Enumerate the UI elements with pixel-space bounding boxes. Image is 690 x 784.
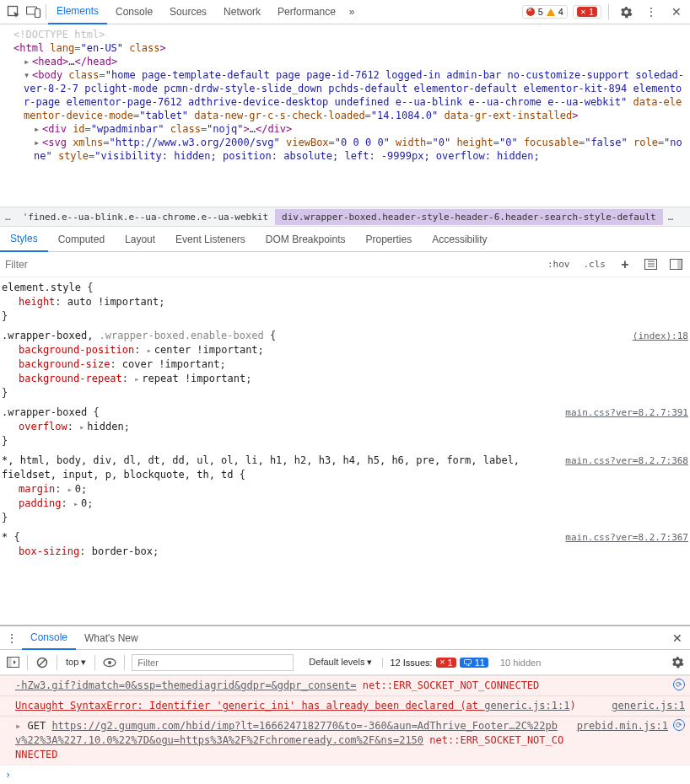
console-prompt[interactable]: › <box>0 765 690 784</box>
tab-computed[interactable]: Computed <box>48 227 115 252</box>
settings-gear-icon[interactable] <box>616 2 636 22</box>
more-tabs-chevrons[interactable]: » <box>344 0 360 24</box>
rule-source-link[interactable]: main.css?ver=8.2.7:391 <box>565 405 688 420</box>
live-expression-icon[interactable] <box>100 653 119 672</box>
console-messages[interactable]: -hZw3.gif?idmatch=0&ssp=themediagrid&gdp… <box>0 675 690 765</box>
drawer: ⋮ Console What's New ✕ top ▾ Default lev… <box>0 625 690 784</box>
console-settings-gear-icon[interactable] <box>668 653 687 672</box>
dom-breadcrumb[interactable]: … ˈfined.e--ua-blink.e--ua-chrome.e--ua-… <box>0 207 690 227</box>
breadcrumb-item[interactable]: ˈfined.e--ua-blink.e--ua-chrome.e--ua-we… <box>16 209 275 225</box>
message-source-link[interactable]: prebid.min.js:1 <box>577 719 668 733</box>
svg-point-14 <box>108 661 111 664</box>
console-sidebar-toggle-icon[interactable] <box>3 653 22 672</box>
hidden-messages-label[interactable]: 10 hidden <box>500 658 541 668</box>
inspect-element-icon[interactable] <box>3 2 24 22</box>
console-errors-badge[interactable]: 5 4 <box>522 5 568 19</box>
dom-html-open[interactable]: <html lang="en-US" class> <box>5 41 685 55</box>
svg-line-12 <box>39 659 46 666</box>
sidebar-tabstrip: Styles Computed Layout Event Listeners D… <box>0 227 690 252</box>
tab-event-listeners[interactable]: Event Listeners <box>165 227 256 252</box>
console-toolbar: top ▾ Default levels ▾ 12 Issues: ✕1 🗨 1… <box>0 650 690 675</box>
drawer-tab-whatsnew[interactable]: What's New <box>76 626 147 650</box>
tab-console[interactable]: Console <box>107 0 161 24</box>
tab-properties[interactable]: Properties <box>356 227 423 252</box>
devtools-toolbar: Elements Console Sources Network Perform… <box>0 0 690 24</box>
drawer-tab-console[interactable]: Console <box>22 626 76 650</box>
log-levels-select[interactable]: Default levels ▾ <box>305 655 375 669</box>
message-source-link[interactable]: generic.js:1 <box>612 699 685 713</box>
refresh-icon[interactable]: ⟳ <box>673 719 685 731</box>
svg-rect-10 <box>7 658 11 668</box>
toggle-hov-button[interactable]: :hov <box>544 257 574 271</box>
svg-rect-2 <box>35 9 40 18</box>
panel-tabstrip: Elements Console Sources Network Perform… <box>48 0 360 24</box>
tab-elements[interactable]: Elements <box>48 0 107 24</box>
dom-tree-panel[interactable]: <!DOCTYPE html> <html lang="en-US" class… <box>0 24 690 207</box>
dom-body[interactable]: ▾<body class="home page-template-default… <box>5 68 685 122</box>
dom-doctype[interactable]: <!DOCTYPE html> <box>5 28 685 41</box>
toggle-sidebar-icon[interactable] <box>666 255 685 274</box>
new-style-rule-icon[interactable]: + <box>616 255 634 274</box>
tab-layout[interactable]: Layout <box>115 227 165 252</box>
tab-accessibility[interactable]: Accessibility <box>422 227 497 252</box>
breadcrumb-ellipsis-left[interactable]: … <box>0 212 16 223</box>
tab-performance[interactable]: Performance <box>269 0 344 24</box>
rule-source-link[interactable]: main.css?ver=8.2.7:367 <box>565 530 688 545</box>
close-devtools-icon[interactable]: ✕ <box>666 2 687 22</box>
drawer-close-icon[interactable]: ✕ <box>666 631 688 645</box>
breadcrumb-selected[interactable]: div.wrapper-boxed.header-style-header-6.… <box>275 209 663 225</box>
styles-filter-row: :hov .cls + <box>0 252 690 277</box>
tab-sources[interactable]: Sources <box>161 0 215 24</box>
kebab-menu-icon[interactable]: ⋮ <box>641 2 661 22</box>
device-toggle-icon[interactable] <box>24 2 44 22</box>
tab-dom-breakpoints[interactable]: DOM Breakpoints <box>256 227 356 252</box>
issues-badge[interactable]: ✕1 <box>573 5 601 19</box>
issues-counter[interactable]: 12 Issues: ✕1 🗨 11 <box>382 658 488 668</box>
tab-network[interactable]: Network <box>215 0 269 24</box>
tab-styles[interactable]: Styles <box>0 227 48 252</box>
console-context-select[interactable]: top ▾ <box>62 655 89 669</box>
dom-wpadminbar[interactable]: ▸<div id="wpadminbar" class="nojq">…</di… <box>5 122 685 136</box>
clear-console-icon[interactable] <box>33 653 51 672</box>
rule-source-link[interactable]: main.css?ver=8.2.7:368 <box>565 454 688 482</box>
breadcrumb-ellipsis-right[interactable]: … <box>663 212 679 223</box>
dom-head[interactable]: ▸<head>…</head> <box>5 55 685 68</box>
rule-source-link[interactable]: (index):18 <box>633 329 688 343</box>
styles-pane[interactable]: element.style {height: auto !important;}… <box>0 277 690 625</box>
styles-filter-input[interactable] <box>5 252 544 277</box>
toggle-cls-button[interactable]: .cls <box>580 257 610 271</box>
console-filter-input[interactable] <box>132 654 294 671</box>
dom-svg[interactable]: ▸<svg xmlns="http://www.w3.org/2000/svg"… <box>5 136 685 163</box>
drawer-kebab-icon[interactable]: ⋮ <box>2 628 22 648</box>
svg-rect-8 <box>677 260 682 270</box>
computed-sidebar-icon[interactable] <box>641 255 660 274</box>
refresh-icon[interactable]: ⟳ <box>673 679 685 690</box>
